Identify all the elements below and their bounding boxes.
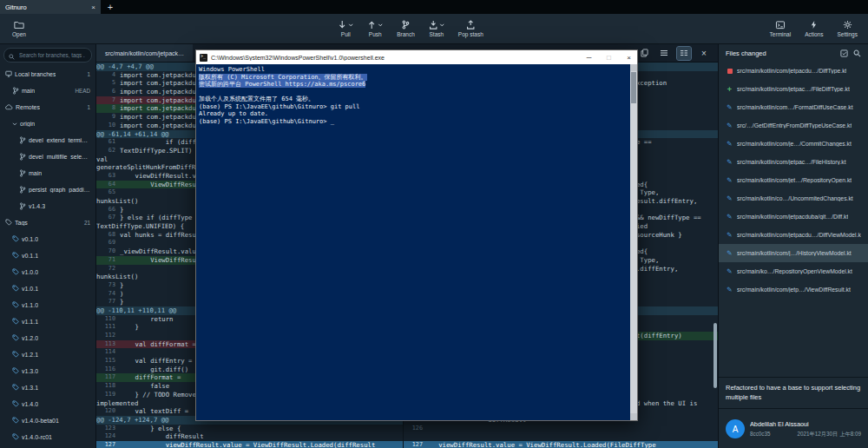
file-changed-item[interactable]: src/main/kotlin/com/j…/HistoryViewModel.…: [719, 244, 868, 262]
console-scrollbar-thumb[interactable]: [631, 72, 636, 103]
sidebar-item-tag[interactable]: v1.4.0-rc01: [0, 429, 95, 445]
avatar: A: [726, 419, 745, 438]
push-button[interactable]: Push: [360, 14, 390, 43]
powershell-window[interactable]: C:\Windows\System32\WindowsPowerShell\v1…: [195, 49, 638, 421]
diff-line[interactable]: 124 diffResult: [96, 432, 403, 441]
line-text: diffResult: [120, 432, 403, 441]
close-button[interactable]: ×: [621, 50, 637, 64]
file-path: src/main/kotlin/com/jetpacduba/git…/Diff…: [737, 214, 848, 220]
minimize-button[interactable]: ─: [581, 50, 597, 64]
copy-icon[interactable]: [637, 47, 651, 60]
file-path: src/main/kotlin/com/jetpac…/FileDiffType…: [737, 86, 850, 92]
tag-icon: [12, 417, 19, 425]
branch-icon: [19, 186, 26, 194]
search-files-icon[interactable]: [853, 45, 861, 61]
file-changed-item[interactable]: src/main/kotlin/com/jetp…/ViewDiffResult…: [719, 280, 868, 299]
sidebar-section-local-branches[interactable]: Local branches 1: [0, 66, 95, 82]
sidebar-item-tag[interactable]: v1.4.0-beta01: [0, 412, 95, 429]
branch-button[interactable]: Branch: [390, 14, 422, 43]
sidebar-item-remote-branch[interactable]: devel_multifile_select…: [0, 148, 95, 165]
sidebar-item-tag[interactable]: v0.1.1: [0, 247, 95, 264]
file-changed-item[interactable]: src/main/kotlin/com…/FormatDiffUseCase.k…: [719, 98, 868, 116]
tab-title: Gitnuro: [5, 3, 88, 11]
sidebar-item-tag[interactable]: v1.3.0: [0, 363, 95, 379]
select-files-icon[interactable]: [840, 45, 848, 61]
terminal-icon: [775, 21, 786, 30]
branch-search[interactable]: [3, 48, 92, 63]
powershell-content[interactable]: Windows PowerShell版权所有 (C) Microsoft Cor…: [196, 64, 637, 420]
console-scrollbar[interactable]: [630, 64, 637, 420]
section-label: Tags: [15, 220, 28, 226]
sidebar-item-tag[interactable]: v0.1.0: [0, 231, 95, 247]
sidebar-item-tag[interactable]: v1.1.1: [0, 313, 95, 330]
tab-close-icon[interactable]: ×: [91, 3, 95, 11]
actions-button[interactable]: Actions: [798, 14, 830, 43]
sidebar-item-tag[interactable]: v1.2.1: [0, 346, 95, 363]
sidebar-item-tag[interactable]: v1.1.0: [0, 297, 95, 313]
sidebar-item-remote-branch[interactable]: v1.4.3: [0, 198, 95, 214]
maximize-button[interactable]: □: [601, 50, 617, 64]
branch-search-input[interactable]: [17, 51, 87, 59]
files-changed-panel: Files changed src/main/kotlin/com/jetpac…: [718, 44, 868, 448]
files-changed-title: Files changed: [726, 49, 835, 57]
line-number: 69: [96, 239, 120, 247]
unified-view-icon[interactable]: [657, 47, 671, 60]
line-number: 111: [96, 323, 120, 332]
close-diff-icon[interactable]: ×: [697, 47, 711, 60]
file-status-icon: [726, 286, 733, 293]
sidebar-item-tag[interactable]: v1.2.0: [0, 330, 95, 346]
sidebar-section-tags[interactable]: Tags 21: [0, 214, 95, 231]
file-changed-item[interactable]: src/main/kotlin/com/je…/CommitChanges.kt: [719, 135, 868, 153]
file-changed-item[interactable]: src/main/kotlin/com/jet…/RepositoryOpen.…: [719, 171, 868, 189]
diff-line[interactable]: [404, 432, 718, 441]
console-line: Already up to date.: [199, 110, 628, 118]
sidebar-item-remote-branch[interactable]: devel_extend_termina…: [0, 132, 95, 148]
file-changed-item[interactable]: src/main/ko…/RepositoryOpenViewModel.kt: [719, 262, 868, 280]
file-changed-item[interactable]: src/main/kotlin/com/jetpacdu…/DiffType.k…: [719, 62, 868, 80]
sidebar-item-tag[interactable]: v1.0.1: [0, 280, 95, 297]
line-number: 112: [96, 332, 120, 340]
pop-stash-button[interactable]: Pop stash: [451, 14, 490, 43]
line-number: 127: [96, 441, 120, 448]
chevron-down-icon[interactable]: [348, 23, 353, 27]
file-path: src/main/kotlin/co…/UncommitedChanges.kt: [737, 195, 853, 201]
stash-button[interactable]: Stash: [422, 14, 451, 43]
line-number: 126: [404, 425, 427, 433]
open-button[interactable]: Open: [5, 14, 33, 43]
file-changed-item[interactable]: src/main/kotlin/com/jetpac…/FileDiffType…: [719, 80, 868, 98]
pull-button[interactable]: Pull: [331, 14, 360, 43]
file-path: src/main/kotlin/com/je…/CommitChanges.kt: [737, 141, 852, 147]
powershell-titlebar[interactable]: C:\Windows\System32\WindowsPowerShell\v1…: [196, 50, 637, 64]
line-number: 117: [96, 373, 120, 382]
file-changed-item[interactable]: src/main/kotlin/co…/UncommitedChanges.kt: [719, 189, 868, 208]
diff-line[interactable]: 127 viewDiffResult.value = ViewDiffResul…: [96, 441, 403, 448]
tag-icon: [12, 384, 19, 392]
sidebar-item-origin[interactable]: origin: [0, 115, 95, 132]
sidebar-item-remote-branch[interactable]: persist_graph_paddin…: [0, 181, 95, 198]
branch-icon: [19, 153, 26, 161]
sidebar-item-tag[interactable]: v1.3.1: [0, 379, 95, 396]
tab-gitnuro[interactable]: Gitnuro ×: [0, 0, 101, 14]
sidebar-section-remotes[interactable]: Remotes 1: [0, 99, 95, 115]
sidebar-item-local-branch[interactable]: main HEAD: [0, 82, 95, 99]
file-changed-item[interactable]: src/main/kotlin/com/jetpac…/FileHistory.…: [719, 153, 868, 171]
chevron-down-icon[interactable]: [439, 23, 444, 27]
tag-icon: [12, 318, 19, 326]
sidebar-item-tag[interactable]: v1.4.0: [0, 396, 95, 412]
diff-scrollbar[interactable]: [713, 323, 717, 388]
diff-line[interactable]: 123 } else {: [96, 425, 403, 433]
diff-file-tab[interactable]: src/main/kotlin/com/jetpack…: [96, 44, 193, 62]
sidebar-item-remote-branch[interactable]: main: [0, 165, 95, 181]
diff-line[interactable]: 127 viewDiffResult.value = ViewDiffResul…: [404, 441, 718, 448]
settings-button[interactable]: Settings: [831, 14, 865, 43]
sidebar-item-tag[interactable]: v1.0.0: [0, 264, 95, 280]
chevron-down-icon[interactable]: [378, 23, 383, 27]
split-view-icon[interactable]: [677, 47, 691, 60]
new-tab-button[interactable]: +: [101, 0, 120, 14]
file-changed-item[interactable]: src/main/kotlin/com/jetpacduba/git…/Diff…: [719, 208, 868, 226]
diff-line[interactable]: 126: [404, 425, 718, 433]
file-changed-item[interactable]: src/main/kotlin/com/jetpacdu…/DiffViewMo…: [719, 226, 868, 244]
file-changed-item[interactable]: src/…/GetDiffEntryFromDiffTypeUseCase.kt: [719, 116, 868, 135]
branch-icon: [19, 202, 26, 211]
terminal-button[interactable]: Terminal: [763, 14, 799, 43]
